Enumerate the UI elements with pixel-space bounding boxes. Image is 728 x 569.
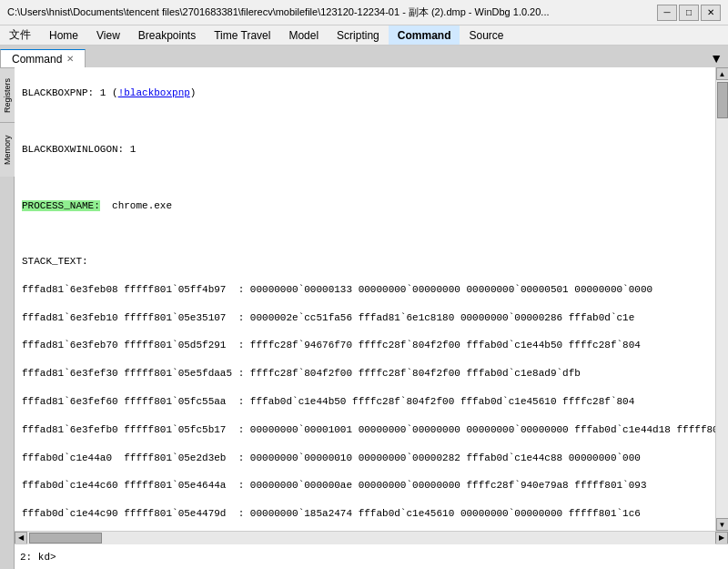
menu-view[interactable]: View bbox=[87, 25, 129, 45]
blackboxpnp-link[interactable]: !blackboxpnp bbox=[118, 87, 190, 98]
vertical-scrollbar[interactable]: ▲ ▼ bbox=[715, 67, 728, 531]
main-area: Registers Memory BLACKBOXPNP: 1 (!blackb… bbox=[0, 67, 728, 569]
output-stack-text-header: STACK_TEXT: bbox=[22, 255, 708, 269]
sidebar-item-registers[interactable]: Registers bbox=[0, 67, 15, 122]
stack-line-8: fffab0d`c1e44c90 fffff801`05e4479d : 000… bbox=[22, 507, 708, 521]
h-scroll-right-button[interactable]: ▶ bbox=[715, 532, 728, 544]
sidebar-item-memory[interactable]: Memory bbox=[0, 122, 15, 177]
scroll-down-button[interactable]: ▼ bbox=[716, 518, 729, 531]
menu-home[interactable]: Home bbox=[40, 25, 87, 45]
output-process-name: PROCESS_NAME: chrome.exe bbox=[22, 199, 708, 213]
scroll-up-button[interactable]: ▲ bbox=[716, 67, 729, 80]
side-panel: Registers Memory bbox=[0, 67, 15, 569]
minimize-button[interactable]: ─ bbox=[657, 5, 677, 21]
menu-file[interactable]: 文件 bbox=[0, 25, 40, 45]
stack-line-4: fffad81`6e3fef60 fffff801`05fc55aa : fff… bbox=[22, 395, 708, 409]
scroll-thumb[interactable] bbox=[717, 82, 728, 118]
menu-bar: 文件 Home View Breakpoints Time Travel Mod… bbox=[0, 25, 728, 46]
input-area: 2: kd> bbox=[15, 544, 728, 569]
close-button[interactable]: ✕ bbox=[701, 5, 721, 21]
process-name-label: PROCESS_NAME: bbox=[22, 200, 100, 211]
menu-time-travel[interactable]: Time Travel bbox=[205, 25, 279, 45]
stack-line-2: fffad81`6e3feb70 fffff801`05d5f291 : fff… bbox=[22, 339, 708, 352]
title-text: C:\Users\hnist\Documents\tencent files\2… bbox=[7, 5, 657, 19]
menu-model[interactable]: Model bbox=[279, 25, 328, 45]
tab-command[interactable]: Command ✕ bbox=[0, 49, 86, 67]
command-input[interactable] bbox=[60, 552, 723, 563]
input-prompt: 2: kd> bbox=[20, 552, 56, 563]
output-blackboxpnp: BLACKBOXPNP: 1 (!blackboxpnp) bbox=[22, 86, 708, 100]
menu-command[interactable]: Command bbox=[389, 25, 460, 45]
maximize-button[interactable]: □ bbox=[679, 5, 699, 21]
stack-line-0: fffad81`6e3feb08 fffff801`05ff4b97 : 000… bbox=[22, 283, 708, 297]
output-blackboxwinlogon: BLACKBOXWINLOGON: 1 bbox=[22, 143, 708, 157]
h-scroll-thumb[interactable] bbox=[29, 533, 102, 544]
stack-line-7: fffab0d`c1e44c60 fffff801`05e4644a : 000… bbox=[22, 479, 708, 493]
stack-line-1: fffad81`6e3feb10 fffff801`05e35107 : 000… bbox=[22, 311, 708, 325]
menu-scripting[interactable]: Scripting bbox=[328, 25, 389, 45]
command-output: BLACKBOXPNP: 1 (!blackboxpnp) BLACKBOXWI… bbox=[15, 67, 715, 531]
stack-line-3: fffad81`6e3fef30 fffff801`05e5fdaa5 : ff… bbox=[22, 367, 708, 381]
h-scroll-left-button[interactable]: ◀ bbox=[15, 532, 27, 544]
tab-close-button[interactable]: ✕ bbox=[66, 54, 74, 64]
content-area: BLACKBOXPNP: 1 (!blackboxpnp) BLACKBOXWI… bbox=[15, 67, 728, 569]
stack-line-6: fffab0d`c1e44a0 fffff801`05e2d3eb : 0000… bbox=[22, 452, 708, 465]
h-scroll-track[interactable] bbox=[27, 532, 715, 544]
horizontal-scrollbar[interactable]: ◀ ▶ bbox=[15, 531, 728, 544]
tab-command-label: Command bbox=[12, 53, 62, 66]
tab-bar: Command ✕ ▼ bbox=[0, 46, 728, 67]
stack-line-5: fffad81`6e3fefb0 fffff801`05fc5b17 : 000… bbox=[22, 423, 708, 437]
title-bar: C:\Users\hnist\Documents\tencent files\2… bbox=[0, 0, 728, 25]
scroll-track[interactable] bbox=[716, 80, 729, 518]
menu-source[interactable]: Source bbox=[460, 25, 512, 45]
tab-dropdown[interactable]: ▼ bbox=[704, 49, 728, 67]
menu-breakpoints[interactable]: Breakpoints bbox=[129, 25, 205, 45]
window-controls: ─ □ ✕ bbox=[657, 5, 721, 21]
